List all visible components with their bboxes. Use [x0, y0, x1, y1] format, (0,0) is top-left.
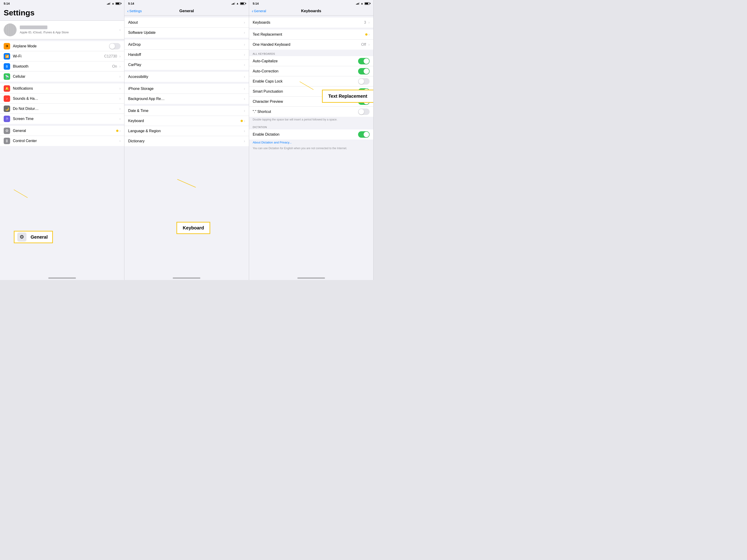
carplay-chevron: ›	[244, 63, 245, 67]
nav-title-general: General	[179, 9, 194, 14]
settings-item-notifications[interactable]: 🔔 Notifications ›	[0, 83, 124, 94]
capslock-label: Enable Caps Lock	[253, 79, 356, 83]
bluetooth-value: On	[112, 64, 117, 69]
settings-group-2: 🔔 Notifications › ♪ Sounds & Ha… › 🌙	[0, 83, 124, 124]
general-item-accessibility[interactable]: Accessibility ›	[124, 72, 249, 82]
cellular-label: Cellular	[13, 75, 119, 79]
notifications-icon: 🔔	[4, 85, 10, 92]
keyboards-section-3: ALL KEYBOARDS Auto-Capitalize Auto-Corre…	[249, 52, 373, 123]
wifi-label: Wi-Fi	[13, 54, 104, 58]
nav-bar-keyboards: ‹ General Keyboards	[249, 6, 373, 16]
settings-item-dnd[interactable]: 🌙 Do Not Distur… ›	[0, 104, 124, 114]
autocap-toggle[interactable]	[358, 58, 369, 64]
general-annotation-icon: ⚙	[17, 233, 26, 242]
general-item-datetime[interactable]: Date & Time ›	[124, 106, 249, 116]
period-description: Double tapping the space bar will insert…	[249, 117, 373, 123]
keyboards-item-autocap[interactable]: Auto-Capitalize	[249, 56, 373, 66]
wifi-icon: ▲	[111, 2, 114, 5]
textreplacement-annotation-label: Text Replacement	[326, 92, 369, 100]
settings-item-bluetooth[interactable]: B Bluetooth On ›	[0, 61, 124, 72]
general-label: General	[13, 129, 115, 133]
general-dot	[116, 130, 119, 132]
settings-item-general[interactable]: ⚙ General ›	[0, 126, 124, 136]
annotation-general: ⚙ General	[14, 231, 53, 243]
general-section-1: About › Software Update ›	[124, 18, 249, 38]
notifications-chevron: ›	[119, 86, 121, 90]
settings-item-screentime[interactable]: ⏱ Screen Time ›	[0, 114, 124, 124]
settings-item-airplane[interactable]: ✈ Airplane Mode	[0, 41, 124, 51]
autocorrect-toggle[interactable]	[358, 68, 369, 75]
airplane-toggle[interactable]	[109, 43, 121, 49]
storage-label: iPhone Storage	[128, 87, 243, 91]
general-item-about[interactable]: About ›	[124, 18, 249, 28]
general-item-keyboard[interactable]: Keyboard ›	[124, 116, 249, 126]
capslock-toggle[interactable]	[358, 78, 369, 85]
dictation-link[interactable]: About Dictation and Privacy...	[249, 139, 373, 145]
general-item-language[interactable]: Language & Region ›	[124, 126, 249, 136]
keyboards-item-autocorrect[interactable]: Auto-Correction	[249, 66, 373, 76]
settings-item-sounds[interactable]: ♪ Sounds & Ha… ›	[0, 94, 124, 104]
keyboards-item-textreplacement[interactable]: Text Replacement ›	[249, 29, 373, 39]
general-item-storage[interactable]: iPhone Storage ›	[124, 84, 249, 94]
backgroundapp-label: Background App Re…	[128, 97, 243, 101]
bluetooth-chevron: ›	[119, 64, 121, 69]
settings-section-1: ✈ Airplane Mode 📶 Wi-Fi C12730 › B	[0, 41, 124, 82]
status-bar-1: 5:14 ▲	[0, 0, 124, 6]
settings-item-wifi[interactable]: 📶 Wi-Fi C12730 ›	[0, 51, 124, 61]
keyboards-group-4: Enable Dictation	[249, 129, 373, 139]
status-icons-1: ▲	[107, 2, 121, 5]
wifi-icon-3: ▲	[361, 2, 363, 5]
keyboards-row-label: Keyboards	[253, 21, 364, 25]
general-item-airdrop[interactable]: AirDrop ›	[124, 39, 249, 50]
autocorrect-label: Auto-Correction	[253, 69, 356, 73]
onehanded-chevron: ›	[368, 43, 369, 47]
keyboards-item-periodshortcut[interactable]: "." Shortcut	[249, 107, 373, 117]
settings-group-1: ✈ Airplane Mode 📶 Wi-Fi C12730 › B	[0, 41, 124, 82]
textreplacement-dot	[365, 33, 367, 36]
home-indicator-3	[298, 277, 325, 278]
general-group-4: iPhone Storage › Background App Re… ›	[124, 84, 249, 104]
keyboards-item-dictation[interactable]: Enable Dictation	[249, 129, 373, 139]
keyboard-annotation-label: Keyboard	[181, 224, 206, 232]
datetime-label: Date & Time	[128, 109, 243, 113]
keyboards-section-4: DICTATION Enable Dictation About Dictati…	[249, 125, 373, 152]
profile-chevron: ›	[119, 28, 121, 32]
dnd-label: Do Not Distur…	[13, 107, 119, 111]
airplane-icon: ✈	[4, 43, 10, 49]
keyboards-group-1: Keyboards 3 ›	[249, 18, 373, 28]
general-group-5: Date & Time › Keyboard › Language & Regi…	[124, 106, 249, 146]
general-group-1: About › Software Update ›	[124, 18, 249, 38]
general-section-5: Date & Time › Keyboard › Language & Regi…	[124, 106, 249, 146]
keyboards-item-capslock[interactable]: Enable Caps Lock	[249, 76, 373, 86]
airdrop-chevron: ›	[244, 43, 245, 47]
software-label: Software Update	[128, 31, 243, 35]
about-label: About	[128, 21, 243, 25]
keyboards-item-onehanded[interactable]: One Handed Keyboard Off ›	[249, 39, 373, 50]
status-bar-3: 5:14 ▲	[249, 0, 373, 6]
profile-row[interactable]: Apple ID, iCloud, iTunes & App Store ›	[0, 21, 124, 39]
accessibility-chevron: ›	[244, 75, 245, 79]
carplay-label: CarPlay	[128, 63, 243, 67]
general-item-software[interactable]: Software Update ›	[124, 28, 249, 38]
general-item-carplay[interactable]: CarPlay ›	[124, 60, 249, 70]
dnd-icon: 🌙	[4, 106, 10, 112]
dictation-toggle[interactable]	[358, 131, 369, 138]
general-item-dictionary[interactable]: Dictionary ›	[124, 136, 249, 146]
battery-icon	[115, 2, 121, 5]
keyboards-count: 3	[364, 21, 366, 25]
notifications-label: Notifications	[13, 86, 119, 90]
general-item-handoff[interactable]: Handoff ›	[124, 50, 249, 60]
back-to-general[interactable]: ‹ General	[252, 9, 266, 13]
signal-icon	[107, 2, 110, 5]
periodshortcut-toggle[interactable]	[358, 108, 369, 115]
settings-group-3: ⚙ General › 🎛 Control Center ›	[0, 126, 124, 146]
settings-item-controlcenter[interactable]: 🎛 Control Center ›	[0, 136, 124, 146]
profile-info: Apple ID, iCloud, iTunes & App Store	[20, 26, 119, 34]
back-to-settings[interactable]: ‹ Settings	[127, 9, 142, 13]
settings-item-cellular[interactable]: 📡 Cellular ›	[0, 72, 124, 82]
dictionary-label: Dictionary	[128, 139, 243, 143]
general-item-backgroundapp[interactable]: Background App Re… ›	[124, 94, 249, 104]
software-chevron: ›	[244, 31, 245, 35]
keyboards-group-2: Text Replacement › One Handed Keyboard O…	[249, 29, 373, 50]
keyboards-item[interactable]: Keyboards 3 ›	[249, 18, 373, 28]
